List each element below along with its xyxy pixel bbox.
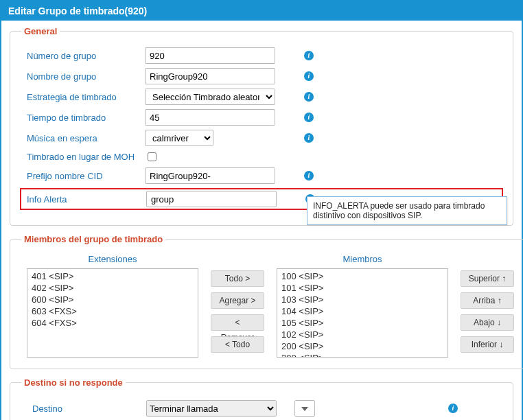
list-item[interactable]: 603 <FXS> bbox=[30, 305, 195, 317]
all-right-button[interactable]: Todo > bbox=[211, 270, 264, 287]
info-icon[interactable]: i bbox=[304, 133, 314, 143]
extensions-listbox[interactable]: 401 <SIP>402 <SIP>600 <SIP>603 <FXS>604 … bbox=[27, 268, 198, 358]
dialog-title: Editar Grupo de timbrado(920) bbox=[1, 1, 522, 21]
tooltip-alert-info: INFO_ALERTA puede ser usado para timbrad… bbox=[307, 196, 507, 225]
row-group-number: Número de grupo i bbox=[21, 47, 502, 64]
members-layout: Extensiones 401 <SIP>402 <SIP>600 <SIP>6… bbox=[21, 251, 520, 358]
list-item[interactable]: 100 <SIP> bbox=[280, 270, 445, 282]
list-item[interactable]: 604 <FXS> bbox=[30, 317, 195, 329]
select-destination-sub[interactable] bbox=[294, 400, 315, 417]
members-listbox[interactable]: 100 <SIP>101 <SIP>103 <SIP>104 <SIP>105 … bbox=[277, 268, 448, 358]
list-item[interactable]: 105 <SIP> bbox=[280, 317, 445, 329]
up-button[interactable]: Arriba ↑ bbox=[461, 292, 514, 309]
list-item[interactable]: 200 <SIP> bbox=[280, 340, 445, 352]
down-button[interactable]: Abajo ↓ bbox=[461, 314, 514, 331]
dialog-window: Editar Grupo de timbrado(920) General Nú… bbox=[0, 0, 523, 420]
label-group-name: Nombre de grupo bbox=[21, 71, 145, 82]
destination-fieldset: Destino si no responde Destino Terminar … bbox=[10, 377, 513, 420]
info-icon[interactable]: i bbox=[304, 71, 314, 81]
input-ring-time[interactable] bbox=[145, 109, 275, 126]
row-cid-prefix: Prefijo nombre CID i bbox=[21, 167, 502, 184]
label-moh: Música en espera bbox=[21, 133, 145, 143]
info-icon[interactable]: i bbox=[304, 51, 314, 60]
list-item[interactable]: 401 <SIP> bbox=[30, 270, 195, 282]
row-destination: Destino Terminar llamada i bbox=[21, 395, 502, 419]
input-cid-prefix[interactable] bbox=[145, 167, 275, 184]
input-group-name[interactable] bbox=[145, 68, 275, 84]
input-alert-info[interactable] bbox=[146, 191, 277, 207]
select-strategy[interactable]: Selección Timbrado aleatorio bbox=[145, 89, 275, 105]
row-group-name: Nombre de grupo i bbox=[21, 68, 502, 84]
list-item[interactable]: 101 <SIP> bbox=[280, 282, 445, 294]
label-ring-time: Tiempo de timbrado bbox=[21, 113, 145, 123]
all-left-button[interactable]: < Todo bbox=[211, 336, 264, 353]
members-column: Miembros 100 <SIP>101 <SIP>103 <SIP>104 … bbox=[277, 254, 448, 358]
row-ring-instead: Timbrado en lugar de MOH bbox=[21, 150, 502, 163]
order-buttons: Superior ↑ Arriba ↑ Abajo ↓ Inferior ↓ bbox=[461, 254, 514, 353]
info-icon[interactable]: i bbox=[304, 113, 314, 122]
select-moh[interactable]: calmriver bbox=[145, 130, 213, 146]
list-item[interactable]: 104 <SIP> bbox=[280, 305, 445, 317]
label-strategy: Estrategia de timbrado bbox=[21, 92, 145, 102]
row-moh: Música en espera calmriver i bbox=[21, 130, 502, 146]
general-legend: General bbox=[21, 26, 60, 36]
list-item[interactable]: 300 <SIP> bbox=[280, 352, 445, 358]
info-icon[interactable]: i bbox=[448, 404, 458, 413]
remove-button[interactable]: < Remover bbox=[211, 314, 264, 331]
transfer-buttons: Todo > Agregar > < Remover < Todo bbox=[211, 254, 264, 353]
label-ring-instead: Timbrado en lugar de MOH bbox=[21, 152, 145, 162]
row-strategy: Estrategia de timbrado Selección Timbrad… bbox=[21, 89, 502, 105]
list-item[interactable]: 402 <SIP> bbox=[30, 282, 195, 294]
extensions-header: Extensiones bbox=[89, 254, 137, 264]
destination-legend: Destino si no responde bbox=[21, 377, 126, 388]
list-item[interactable]: 600 <SIP> bbox=[30, 294, 195, 305]
input-group-number[interactable] bbox=[145, 47, 275, 64]
bottom-button[interactable]: Inferior ↓ bbox=[461, 336, 514, 353]
list-item[interactable]: 102 <SIP> bbox=[280, 329, 445, 340]
dialog-content: General Número de grupo i Nombre de grup… bbox=[1, 21, 522, 420]
chevron-down-icon bbox=[301, 407, 308, 411]
checkbox-ring-instead[interactable] bbox=[148, 152, 156, 161]
add-button[interactable]: Agregar > bbox=[211, 292, 264, 309]
info-icon[interactable]: i bbox=[304, 92, 314, 102]
label-destination: Destino bbox=[27, 404, 137, 414]
label-group-number: Número de grupo bbox=[21, 51, 145, 61]
top-button[interactable]: Superior ↑ bbox=[461, 270, 514, 287]
row-ring-time: Tiempo de timbrado i bbox=[21, 109, 502, 126]
members-fieldset: Miembros del grupo de timbrado Extension… bbox=[10, 234, 523, 369]
info-icon[interactable]: i bbox=[304, 171, 314, 180]
members-header: Miembros bbox=[342, 254, 382, 264]
select-destination[interactable]: Terminar llamada bbox=[146, 400, 277, 417]
list-item[interactable]: 103 <SIP> bbox=[280, 294, 445, 305]
label-alert-info: Info Alerta bbox=[23, 194, 146, 205]
label-cid-prefix: Prefijo nombre CID bbox=[21, 171, 145, 181]
members-legend: Miembros del grupo de timbrado bbox=[21, 234, 165, 244]
extensions-column: Extensiones 401 <SIP>402 <SIP>600 <SIP>6… bbox=[27, 254, 198, 358]
